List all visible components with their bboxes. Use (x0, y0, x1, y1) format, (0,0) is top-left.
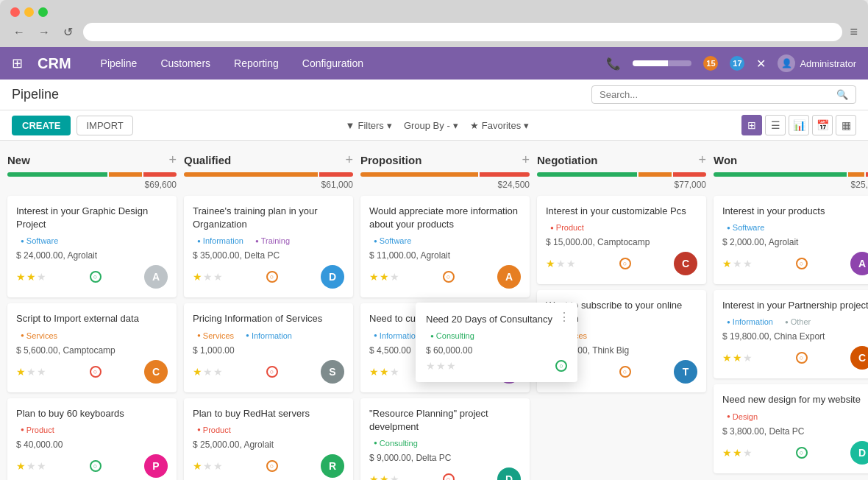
tag-other: Other (780, 317, 815, 327)
status-icon: ○ (266, 271, 278, 283)
dot-yellow[interactable] (24, 7, 34, 17)
card-trainee[interactable]: Trainee's training plan in your Organiza… (184, 196, 353, 297)
col-add-negotiation[interactable]: + (698, 152, 706, 168)
card-redhat[interactable]: Plan to buy RedHat servers Product $ 25,… (184, 398, 353, 480)
col-title-negotiation: Negotiation (537, 154, 695, 166)
card-more-info[interactable]: Would appreciate more information about … (360, 196, 530, 297)
search-bar[interactable]: 🔍 (591, 85, 856, 104)
avatar: R (321, 454, 344, 478)
tag-training: Training (251, 236, 294, 246)
phone-icon[interactable]: 📞 (606, 57, 621, 71)
avatar: D (497, 467, 521, 480)
tag-software: Software (369, 236, 416, 246)
browser-chrome: ← → ↺ ≡ (0, 0, 868, 47)
status-icon: ○ (619, 258, 631, 269)
col-progress-proposition (360, 172, 530, 177)
card-website-design[interactable]: Need new design for my website Design $ … (714, 384, 868, 473)
nav-user[interactable]: 👤 Administrator (778, 54, 856, 72)
card-interest-products[interactable]: Interest in your products Software $ 2,0… (714, 196, 868, 284)
popup-status-icon: ○ (555, 360, 567, 372)
status-icon: ○ (266, 460, 278, 472)
avatar: A (497, 265, 521, 289)
card-pricing[interactable]: Pricing Information of Services Services… (184, 303, 353, 392)
status-icon: ○ (796, 258, 808, 269)
tag-software: Software (722, 222, 769, 233)
list-view-button[interactable]: ☰ (765, 115, 786, 135)
card-partnership[interactable]: Interest in your Partnership project Inf… (714, 290, 868, 378)
status-icon: ○ (443, 271, 455, 283)
col-title-won: Won (714, 154, 868, 166)
tag-software: Software (16, 236, 63, 246)
card-script-import[interactable]: Script to Import external data Services … (7, 303, 177, 392)
create-button[interactable]: CREATE (12, 116, 71, 135)
grid-view-button[interactable]: ▦ (836, 115, 856, 135)
col-add-qualified[interactable]: + (345, 152, 353, 168)
col-header-won: Won + (714, 149, 868, 172)
app-grid-icon[interactable]: ⊞ (12, 55, 23, 71)
avatar: C (144, 360, 168, 384)
group-by-button[interactable]: Group By - ▾ (404, 120, 458, 131)
popup-tag-consulting: Consulting (426, 331, 479, 341)
badge-orange[interactable]: 15 (703, 56, 718, 71)
badge-blue[interactable]: 17 (730, 56, 744, 71)
nav-customers[interactable]: Customers (154, 54, 216, 72)
col-amount-new: $69,600 (7, 180, 177, 190)
menu-button[interactable]: ≡ (850, 24, 858, 40)
status-icon: ○ (619, 366, 631, 378)
forward-button[interactable]: → (35, 24, 53, 40)
action-bar: CREATE IMPORT ▼ Filters ▾ Group By - ▾ ★… (0, 110, 868, 141)
nav-reporting[interactable]: Reporting (228, 54, 285, 72)
status-icon: ○ (90, 366, 102, 378)
back-button[interactable]: ← (10, 24, 28, 40)
avatar: S (321, 360, 344, 384)
tag-services: Services (193, 331, 238, 341)
filters-chevron: ▾ (387, 120, 392, 131)
nav-close-icon[interactable]: ✕ (756, 57, 766, 71)
star-icon: ★ (470, 120, 479, 131)
favorites-button[interactable]: ★ Favorites ▾ (470, 120, 529, 131)
tag-product: Product (193, 425, 235, 435)
avatar: T (674, 360, 697, 384)
col-header-new: New + (7, 149, 177, 172)
search-input[interactable] (600, 89, 832, 100)
nav-progress-bar (633, 60, 691, 66)
tag-information: Information (241, 331, 296, 341)
search-icon[interactable]: 🔍 (836, 89, 848, 100)
status-icon: ○ (266, 366, 278, 378)
dot-green[interactable] (38, 7, 48, 17)
col-amount-proposition: $24,500 (360, 180, 530, 190)
avatar: C (850, 346, 868, 370)
card-customizable-pcs[interactable]: Interest in your customizable Pcs Produc… (537, 196, 706, 284)
nav-pipeline[interactable]: Pipeline (95, 54, 143, 72)
refresh-button[interactable]: ↺ (60, 24, 76, 40)
column-new: New + $69,600 Interest in your Graphic D… (7, 149, 177, 480)
dot-red[interactable] (10, 7, 20, 17)
filter-controls: ▼ Filters ▾ Group By - ▾ ★ Favorites ▾ (139, 120, 736, 131)
top-nav: ⊞ CRM Pipeline Customers Reporting Confi… (0, 47, 868, 80)
status-icon: ○ (443, 473, 455, 480)
nav-user-label: Administrator (800, 58, 856, 69)
kanban-view-button[interactable]: ⊞ (741, 115, 762, 135)
col-add-proposition[interactable]: + (522, 152, 530, 168)
kanban-board: New + $69,600 Interest in your Graphic D… (0, 141, 868, 480)
card-resource-planning[interactable]: "Resource Planning" project develpment C… (360, 398, 530, 480)
import-button[interactable]: IMPORT (77, 116, 132, 135)
card-graphic-design[interactable]: Interest in your Graphic Design Project … (7, 196, 177, 297)
filters-button[interactable]: ▼ Filters ▾ (346, 120, 392, 131)
nav-configuration[interactable]: Configuration (296, 54, 369, 72)
col-header-negotiation: Negotiation + (537, 149, 706, 172)
tag-information: Information (193, 236, 248, 246)
favorites-chevron: ▾ (524, 120, 529, 131)
col-add-new[interactable]: + (168, 152, 177, 168)
chart-view-button[interactable]: 📊 (789, 115, 809, 135)
user-avatar-icon: 👤 (778, 54, 795, 72)
avatar: D (321, 265, 344, 289)
col-amount-negotiation: $77,000 (537, 180, 706, 190)
popup-card[interactable]: ⋮ Need 20 Days of Consultancy Consulting… (416, 303, 577, 382)
address-bar[interactable] (83, 23, 842, 41)
calendar-view-button[interactable]: 📅 (812, 115, 833, 135)
column-won: Won + $25,600 Interest in your products … (714, 149, 868, 480)
popup-more-icon[interactable]: ⋮ (558, 310, 570, 324)
tag-services: Services (16, 331, 62, 341)
card-keyboards[interactable]: Plan to buy 60 keyboards Product $ 40,00… (7, 398, 177, 480)
